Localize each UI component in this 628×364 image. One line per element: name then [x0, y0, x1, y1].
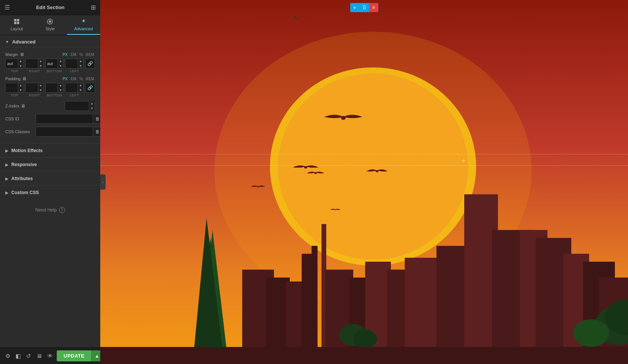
- margin-label: Margin 🖥: [5, 52, 24, 57]
- padding-responsive-icon[interactable]: 🖥: [22, 76, 26, 81]
- padding-left-label: LEFT: [70, 93, 79, 97]
- padding-bottom-box: ▲ ▼ BOTTOM: [45, 83, 64, 97]
- padding-bottom-down[interactable]: ▼: [58, 88, 63, 93]
- panel-content: ▼ Advanced Margin 🖥 PX EM % REM: [0, 35, 100, 347]
- margin-unit-rem[interactable]: REM: [85, 52, 95, 57]
- css-id-input-wrapper: 🗑: [36, 114, 100, 124]
- svg-rect-1: [17, 19, 19, 21]
- padding-right-label: RIGHT: [29, 93, 40, 97]
- tab-layout-label: Layout: [11, 26, 23, 31]
- padding-right-up[interactable]: ▲: [38, 83, 44, 88]
- css-id-clear-btn[interactable]: 🗑: [93, 114, 100, 123]
- zindex-input[interactable]: [65, 104, 89, 108]
- need-help[interactable]: Need Help ?: [0, 207, 100, 213]
- css-id-input[interactable]: [36, 117, 93, 121]
- padding-link-btn[interactable]: 🔗: [85, 83, 95, 93]
- hamburger-icon[interactable]: ☰: [5, 4, 10, 11]
- margin-left-up[interactable]: ▲: [78, 59, 83, 64]
- zindex-row: Z-Index 🖥 ▲ ▼: [5, 101, 95, 111]
- padding-bottom-label: BOTTOM: [47, 93, 62, 97]
- section-add-btn[interactable]: +: [350, 3, 359, 12]
- section-move-btn[interactable]: ⠿: [359, 3, 369, 12]
- padding-unit-rem[interactable]: REM: [85, 76, 95, 81]
- css-id-row: CSS ID 🗑: [5, 114, 95, 124]
- padding-right-down[interactable]: ▼: [38, 88, 44, 93]
- css-classes-clear-btn[interactable]: 🗑: [93, 127, 100, 136]
- padding-bottom-input[interactable]: [46, 86, 58, 90]
- custom-css-label: Custom CSS: [11, 190, 39, 195]
- padding-unit-pct[interactable]: %: [79, 76, 84, 81]
- svg-point-15: [257, 186, 259, 187]
- svg-rect-2: [14, 22, 16, 24]
- margin-top-input[interactable]: [6, 61, 18, 66]
- padding-left-up[interactable]: ▲: [78, 83, 83, 88]
- padding-left-box: ▲ ▼ LEFT: [65, 83, 84, 97]
- canvas-crosshair: +: [462, 157, 466, 165]
- margin-top-up[interactable]: ▲: [18, 59, 23, 64]
- section-close-btn[interactable]: ×: [369, 3, 378, 12]
- margin-bottom-input[interactable]: [46, 61, 58, 66]
- motion-effects-chevron-icon: ▶: [5, 149, 8, 153]
- grid-icon[interactable]: ⊞: [91, 4, 96, 11]
- svg-rect-31: [437, 246, 466, 364]
- margin-bottom-down[interactable]: ▼: [58, 64, 63, 68]
- responsive-icon[interactable]: 🖥: [35, 351, 44, 361]
- advanced-section-header[interactable]: ▼ Advanced: [0, 35, 100, 47]
- padding-left-input[interactable]: [65, 86, 78, 90]
- margin-right-down[interactable]: ▼: [38, 64, 44, 68]
- margin-right-input[interactable]: [26, 61, 38, 66]
- motion-effects-header[interactable]: ▶ Motion Effects: [0, 144, 100, 157]
- update-btn-group: UPDATE ▲: [57, 350, 102, 361]
- svg-point-16: [335, 209, 336, 210]
- margin-input-grid: ▲ ▼ TOP ▲ ▼: [5, 59, 95, 73]
- margin-unit-px[interactable]: PX: [62, 52, 68, 57]
- cursor: ↖: [293, 14, 299, 22]
- padding-top-box: ▲ ▼ TOP: [5, 83, 24, 97]
- css-classes-input[interactable]: [36, 129, 93, 134]
- padding-top-up[interactable]: ▲: [18, 83, 23, 88]
- padding-bottom-up[interactable]: ▲: [58, 83, 63, 88]
- margin-top-down[interactable]: ▼: [18, 64, 23, 68]
- need-help-text: Need Help: [35, 207, 57, 213]
- padding-top-down[interactable]: ▼: [18, 88, 23, 93]
- attributes-section: ▶ Attributes: [0, 171, 100, 185]
- responsive-header[interactable]: ▶ Responsive: [0, 158, 100, 171]
- sidebar-title: Edit Section: [10, 5, 91, 10]
- padding-right-input[interactable]: [26, 86, 38, 90]
- settings-icon[interactable]: ⚙: [4, 351, 12, 361]
- zindex-up[interactable]: ▲: [89, 101, 95, 106]
- padding-left-down[interactable]: ▼: [78, 88, 83, 93]
- svg-point-5: [49, 20, 51, 23]
- margin-left-input[interactable]: [65, 61, 78, 66]
- padding-unit-em[interactable]: EM: [70, 76, 77, 81]
- css-classes-label: CSS Classes: [5, 129, 36, 134]
- attributes-header[interactable]: ▶ Attributes: [0, 172, 100, 185]
- padding-unit-px[interactable]: PX: [62, 76, 68, 81]
- tab-advanced[interactable]: Advanced: [67, 15, 100, 35]
- collapse-handle[interactable]: ‹: [100, 174, 106, 190]
- custom-css-section: ▶ Custom CSS: [0, 185, 100, 199]
- margin-unit-em[interactable]: EM: [70, 52, 77, 57]
- zindex-down[interactable]: ▼: [89, 106, 95, 111]
- margin-responsive-icon[interactable]: 🖥: [20, 52, 24, 57]
- custom-css-header[interactable]: ▶ Custom CSS: [0, 186, 100, 199]
- css-id-label: CSS ID: [5, 117, 36, 121]
- motion-effects-section: ▶ Motion Effects: [0, 143, 100, 157]
- margin-bottom-up[interactable]: ▲: [58, 59, 63, 64]
- margin-link-btn[interactable]: 🔗: [85, 59, 95, 68]
- margin-top-label: TOP: [11, 69, 18, 73]
- zindex-responsive-icon[interactable]: 🖥: [21, 103, 25, 109]
- tab-advanced-label: Advanced: [74, 26, 93, 31]
- layers-icon[interactable]: ◧: [14, 351, 22, 361]
- tab-layout[interactable]: Layout: [0, 15, 33, 35]
- margin-right-up[interactable]: ▲: [38, 59, 44, 64]
- tab-style[interactable]: Style: [33, 15, 67, 35]
- tab-bar: Layout Style Advanced: [0, 15, 100, 35]
- update-button[interactable]: UPDATE: [57, 350, 91, 361]
- preview-icon[interactable]: 👁: [46, 351, 54, 361]
- padding-top-input[interactable]: [6, 86, 18, 90]
- canvas-area: + ⠿ × ‹: [100, 0, 628, 364]
- margin-left-down[interactable]: ▼: [78, 64, 83, 68]
- margin-unit-pct[interactable]: %: [79, 52, 84, 57]
- history-icon[interactable]: ↺: [25, 351, 33, 361]
